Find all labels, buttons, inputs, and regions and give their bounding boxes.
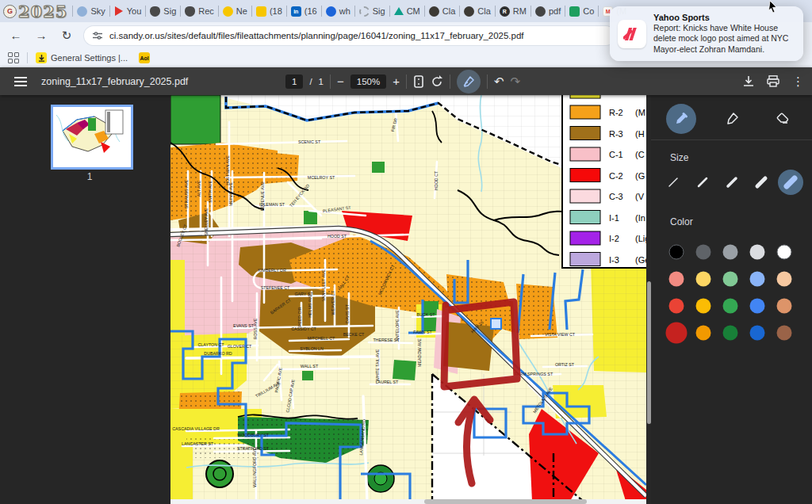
annotate-button-active[interactable] <box>457 70 481 94</box>
svg-text:GLOVER CT: GLOVER CT <box>228 344 252 349</box>
download-favicon <box>36 52 47 63</box>
svg-text:STEFENEE CT: STEFENEE CT <box>261 285 290 290</box>
browser-tab-cla[interactable]: Cla <box>425 0 460 22</box>
browser-tab-sky[interactable]: Sky <box>73 0 109 22</box>
menu-icon[interactable] <box>13 77 29 86</box>
svg-text:DAVIS ST: DAVIS ST <box>345 304 350 323</box>
url-text[interactable]: ci.sandy.or.us/sites/default/files/filea… <box>109 31 524 40</box>
browser-tab-wh[interactable]: wh <box>322 0 354 22</box>
pen-tool-button[interactable] <box>666 104 696 134</box>
color-swatch-9aa0a6[interactable] <box>723 245 738 260</box>
color-swatch-8ab4f8[interactable] <box>750 272 765 287</box>
color-swatch-1967d2[interactable] <box>750 326 765 341</box>
svg-text:LAUREL ST: LAUREL ST <box>376 380 399 384</box>
color-swatch-ffffff[interactable] <box>777 245 792 260</box>
apps-grid-icon[interactable] <box>8 52 19 63</box>
copyright-icon: G <box>3 5 17 18</box>
tab-label: pdf <box>549 6 561 16</box>
stroke-size-3[interactable] <box>719 170 745 195</box>
browser-tab-co[interactable]: Co <box>565 0 598 22</box>
thumbnail-page-number: 1 <box>51 171 128 182</box>
yahoo-sports-notification[interactable]: Yahoo Sports Report: Knicks have White H… <box>610 6 803 61</box>
color-swatch-188038[interactable] <box>723 326 738 341</box>
svg-text:SCENIC ST: SCENIC ST <box>298 139 321 144</box>
tab-label: Sky <box>90 6 105 16</box>
svg-text:C-2: C-2 <box>609 171 623 181</box>
svg-text:SYBLON LN: SYBLON LN <box>300 346 324 351</box>
color-swatch-f29900[interactable] <box>696 326 711 341</box>
address-bar[interactable]: ci.sandy.or.us/sites/default/files/filea… <box>84 26 615 45</box>
svg-text:(C: (C <box>635 150 645 159</box>
back-button[interactable]: ← <box>6 26 25 45</box>
color-swatch-dadce0[interactable] <box>750 245 765 260</box>
stroke-size-4[interactable] <box>749 170 774 195</box>
color-swatch-34a853[interactable] <box>723 299 738 314</box>
browser-tab-rm[interactable]: RRM <box>496 0 530 22</box>
highlighter-tool-button[interactable] <box>717 104 747 134</box>
svg-text:I-2: I-2 <box>609 234 619 243</box>
reload-button[interactable]: ↻ <box>57 26 76 45</box>
horizontal-scrollbar-thumb[interactable] <box>424 499 587 504</box>
color-swatch-9a6348[interactable] <box>777 326 792 341</box>
browser-tab-16[interactable]: in(16 <box>287 0 321 22</box>
page-number-input[interactable]: 1 <box>285 74 303 89</box>
color-swatch-f6c8a0[interactable] <box>777 272 792 287</box>
svg-text:HOFFMAN AVE: HOFFMAN AVE <box>225 155 230 185</box>
undo-icon[interactable]: ↶ <box>494 74 504 89</box>
browser-tab-pdf[interactable]: pdf <box>531 0 565 22</box>
page-thumbnail[interactable] <box>51 105 133 170</box>
stroke-size-1[interactable] <box>661 170 686 195</box>
browser-tab-cm[interactable]: CM <box>390 0 424 22</box>
zoom-out-button[interactable]: − <box>337 74 344 88</box>
bookmark-aol[interactable]: Aol <box>139 52 150 63</box>
browser-tab-cla[interactable]: Cla <box>460 0 495 22</box>
stroke-size-options <box>661 170 803 195</box>
page-separator: / <box>309 77 312 86</box>
eraser-tool-button[interactable] <box>768 104 798 134</box>
browser-tab-sig[interactable]: Sig <box>355 0 389 22</box>
aol-favicon: Aol <box>139 52 150 63</box>
forward-button[interactable]: → <box>32 26 51 45</box>
color-swatch-c5221f-selected[interactable] <box>666 323 688 344</box>
browser-tab-ne[interactable]: Ne <box>219 0 251 22</box>
svg-text:WALL ST: WALL ST <box>301 364 319 368</box>
zoom-in-button[interactable]: + <box>393 74 400 88</box>
color-swatch-fdd663[interactable] <box>696 272 711 287</box>
spinner-favicon <box>359 6 370 17</box>
browser-tab-you[interactable]: You <box>110 0 146 22</box>
color-swatch-000000[interactable] <box>669 245 684 260</box>
site-settings-icon[interactable] <box>92 30 103 41</box>
tab-label: CM <box>407 6 420 16</box>
print-icon[interactable] <box>767 75 779 87</box>
tab-label: Cla <box>477 6 491 16</box>
pdf-page-zoning-map[interactable]: SCENIC STMCELROY STIDLEMAN STHOOD STHOOD… <box>170 95 646 499</box>
color-swatch-4285f4[interactable] <box>750 299 765 314</box>
stroke-size-2[interactable] <box>690 170 715 195</box>
stroke-size-5[interactable] <box>778 170 803 195</box>
tab-label: (18 <box>270 6 282 16</box>
svg-text:R-3: R-3 <box>609 129 623 139</box>
svg-text:WHITE TAIL AVE: WHITE TAIL AVE <box>375 349 380 381</box>
browser-tab-sig[interactable]: Sig <box>146 0 180 22</box>
rotate-icon[interactable] <box>431 75 443 88</box>
color-swatch-81c995[interactable] <box>723 272 738 287</box>
redo-icon[interactable]: ↷ <box>511 74 521 89</box>
bookmark-general-settings[interactable]: General Settings |... <box>36 52 128 63</box>
browser-tab-rec[interactable]: Rec <box>181 0 218 22</box>
svg-text:(Lig: (Lig <box>635 234 646 243</box>
color-swatch-ea4335[interactable] <box>669 299 684 314</box>
svg-text:HOOD CT: HOOD CT <box>434 170 439 190</box>
browser-tab-18[interactable]: (18 <box>252 0 286 22</box>
color-swatch-f28b82[interactable] <box>669 272 684 287</box>
svg-text:MEINIG AVE: MEINIG AVE <box>228 181 233 206</box>
fit-page-icon[interactable] <box>413 75 424 88</box>
download-icon[interactable] <box>743 75 754 87</box>
thumbnail-minimap <box>53 107 126 162</box>
color-swatch-dd9469[interactable] <box>777 299 792 314</box>
zoom-level[interactable]: 150% <box>350 74 386 89</box>
divider <box>27 52 28 63</box>
color-swatch-5f6368[interactable] <box>696 245 711 260</box>
color-swatch-fbbc04[interactable] <box>696 299 711 314</box>
more-menu-icon[interactable]: ⋮ <box>792 74 804 89</box>
svg-text:STRAUSS AVE: STRAUSS AVE <box>184 179 189 208</box>
